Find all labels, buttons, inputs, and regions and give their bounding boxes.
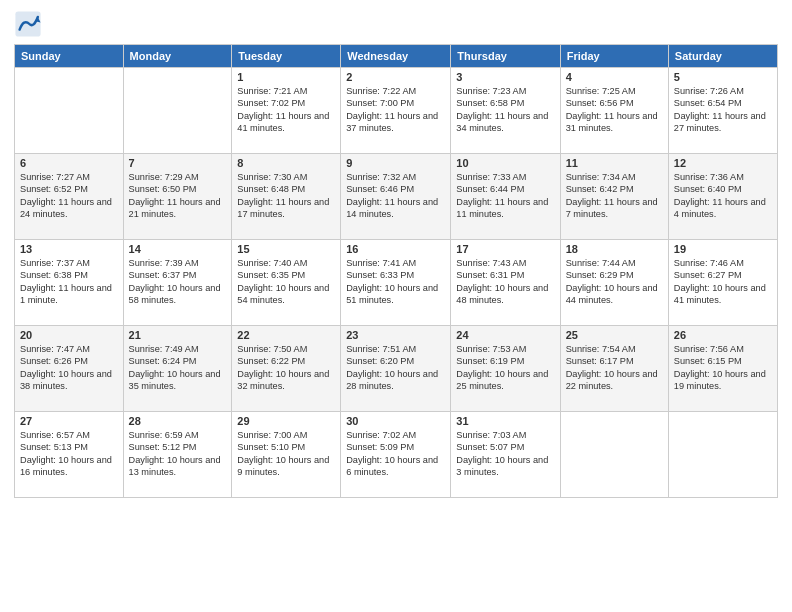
calendar-body: 1Sunrise: 7:21 AM Sunset: 7:02 PM Daylig… xyxy=(15,68,778,498)
day-cell: 7Sunrise: 7:29 AM Sunset: 6:50 PM Daylig… xyxy=(123,154,232,240)
logo-icon xyxy=(14,10,42,38)
day-info: Sunrise: 7:23 AM Sunset: 6:58 PM Dayligh… xyxy=(456,85,554,135)
day-info: Sunrise: 7:22 AM Sunset: 7:00 PM Dayligh… xyxy=(346,85,445,135)
day-info: Sunrise: 7:44 AM Sunset: 6:29 PM Dayligh… xyxy=(566,257,663,307)
day-number: 7 xyxy=(129,157,227,169)
day-info: Sunrise: 7:51 AM Sunset: 6:20 PM Dayligh… xyxy=(346,343,445,393)
day-number: 13 xyxy=(20,243,118,255)
day-info: Sunrise: 7:34 AM Sunset: 6:42 PM Dayligh… xyxy=(566,171,663,221)
weekday-header-wednesday: Wednesday xyxy=(341,45,451,68)
day-cell: 5Sunrise: 7:26 AM Sunset: 6:54 PM Daylig… xyxy=(668,68,777,154)
day-info: Sunrise: 7:54 AM Sunset: 6:17 PM Dayligh… xyxy=(566,343,663,393)
week-row-2: 6Sunrise: 7:27 AM Sunset: 6:52 PM Daylig… xyxy=(15,154,778,240)
day-number: 14 xyxy=(129,243,227,255)
day-cell xyxy=(668,412,777,498)
day-info: Sunrise: 7:43 AM Sunset: 6:31 PM Dayligh… xyxy=(456,257,554,307)
weekday-header-friday: Friday xyxy=(560,45,668,68)
day-cell: 10Sunrise: 7:33 AM Sunset: 6:44 PM Dayli… xyxy=(451,154,560,240)
header xyxy=(14,10,778,38)
day-number: 17 xyxy=(456,243,554,255)
day-cell: 26Sunrise: 7:56 AM Sunset: 6:15 PM Dayli… xyxy=(668,326,777,412)
day-number: 6 xyxy=(20,157,118,169)
day-info: Sunrise: 7:27 AM Sunset: 6:52 PM Dayligh… xyxy=(20,171,118,221)
week-row-5: 27Sunrise: 6:57 AM Sunset: 5:13 PM Dayli… xyxy=(15,412,778,498)
day-cell xyxy=(15,68,124,154)
day-info: Sunrise: 7:29 AM Sunset: 6:50 PM Dayligh… xyxy=(129,171,227,221)
day-info: Sunrise: 7:25 AM Sunset: 6:56 PM Dayligh… xyxy=(566,85,663,135)
weekday-header-row: SundayMondayTuesdayWednesdayThursdayFrid… xyxy=(15,45,778,68)
day-number: 18 xyxy=(566,243,663,255)
day-info: Sunrise: 6:59 AM Sunset: 5:12 PM Dayligh… xyxy=(129,429,227,479)
day-cell xyxy=(560,412,668,498)
week-row-4: 20Sunrise: 7:47 AM Sunset: 6:26 PM Dayli… xyxy=(15,326,778,412)
day-number: 29 xyxy=(237,415,335,427)
day-number: 12 xyxy=(674,157,772,169)
day-info: Sunrise: 7:49 AM Sunset: 6:24 PM Dayligh… xyxy=(129,343,227,393)
day-cell: 8Sunrise: 7:30 AM Sunset: 6:48 PM Daylig… xyxy=(232,154,341,240)
day-cell xyxy=(123,68,232,154)
day-cell: 3Sunrise: 7:23 AM Sunset: 6:58 PM Daylig… xyxy=(451,68,560,154)
day-cell: 30Sunrise: 7:02 AM Sunset: 5:09 PM Dayli… xyxy=(341,412,451,498)
day-cell: 9Sunrise: 7:32 AM Sunset: 6:46 PM Daylig… xyxy=(341,154,451,240)
day-info: Sunrise: 7:40 AM Sunset: 6:35 PM Dayligh… xyxy=(237,257,335,307)
day-info: Sunrise: 7:46 AM Sunset: 6:27 PM Dayligh… xyxy=(674,257,772,307)
day-cell: 22Sunrise: 7:50 AM Sunset: 6:22 PM Dayli… xyxy=(232,326,341,412)
day-info: Sunrise: 7:33 AM Sunset: 6:44 PM Dayligh… xyxy=(456,171,554,221)
day-number: 2 xyxy=(346,71,445,83)
day-info: Sunrise: 7:47 AM Sunset: 6:26 PM Dayligh… xyxy=(20,343,118,393)
logo xyxy=(14,10,46,38)
day-cell: 28Sunrise: 6:59 AM Sunset: 5:12 PM Dayli… xyxy=(123,412,232,498)
day-cell: 29Sunrise: 7:00 AM Sunset: 5:10 PM Dayli… xyxy=(232,412,341,498)
day-info: Sunrise: 7:36 AM Sunset: 6:40 PM Dayligh… xyxy=(674,171,772,221)
day-cell: 23Sunrise: 7:51 AM Sunset: 6:20 PM Dayli… xyxy=(341,326,451,412)
day-info: Sunrise: 7:41 AM Sunset: 6:33 PM Dayligh… xyxy=(346,257,445,307)
day-number: 28 xyxy=(129,415,227,427)
day-number: 15 xyxy=(237,243,335,255)
weekday-header-thursday: Thursday xyxy=(451,45,560,68)
day-cell: 13Sunrise: 7:37 AM Sunset: 6:38 PM Dayli… xyxy=(15,240,124,326)
day-number: 27 xyxy=(20,415,118,427)
day-info: Sunrise: 7:50 AM Sunset: 6:22 PM Dayligh… xyxy=(237,343,335,393)
day-info: Sunrise: 7:21 AM Sunset: 7:02 PM Dayligh… xyxy=(237,85,335,135)
weekday-header-tuesday: Tuesday xyxy=(232,45,341,68)
day-cell: 11Sunrise: 7:34 AM Sunset: 6:42 PM Dayli… xyxy=(560,154,668,240)
day-cell: 1Sunrise: 7:21 AM Sunset: 7:02 PM Daylig… xyxy=(232,68,341,154)
day-number: 23 xyxy=(346,329,445,341)
day-number: 24 xyxy=(456,329,554,341)
day-number: 26 xyxy=(674,329,772,341)
day-cell: 27Sunrise: 6:57 AM Sunset: 5:13 PM Dayli… xyxy=(15,412,124,498)
day-cell: 17Sunrise: 7:43 AM Sunset: 6:31 PM Dayli… xyxy=(451,240,560,326)
day-number: 5 xyxy=(674,71,772,83)
day-cell: 12Sunrise: 7:36 AM Sunset: 6:40 PM Dayli… xyxy=(668,154,777,240)
day-cell: 31Sunrise: 7:03 AM Sunset: 5:07 PM Dayli… xyxy=(451,412,560,498)
weekday-header-monday: Monday xyxy=(123,45,232,68)
day-cell: 6Sunrise: 7:27 AM Sunset: 6:52 PM Daylig… xyxy=(15,154,124,240)
day-info: Sunrise: 7:32 AM Sunset: 6:46 PM Dayligh… xyxy=(346,171,445,221)
day-number: 20 xyxy=(20,329,118,341)
weekday-header-sunday: Sunday xyxy=(15,45,124,68)
day-info: Sunrise: 7:03 AM Sunset: 5:07 PM Dayligh… xyxy=(456,429,554,479)
day-number: 21 xyxy=(129,329,227,341)
day-info: Sunrise: 7:00 AM Sunset: 5:10 PM Dayligh… xyxy=(237,429,335,479)
day-number: 25 xyxy=(566,329,663,341)
day-number: 1 xyxy=(237,71,335,83)
day-info: Sunrise: 7:56 AM Sunset: 6:15 PM Dayligh… xyxy=(674,343,772,393)
day-info: Sunrise: 7:02 AM Sunset: 5:09 PM Dayligh… xyxy=(346,429,445,479)
day-info: Sunrise: 6:57 AM Sunset: 5:13 PM Dayligh… xyxy=(20,429,118,479)
day-number: 10 xyxy=(456,157,554,169)
day-number: 31 xyxy=(456,415,554,427)
day-info: Sunrise: 7:37 AM Sunset: 6:38 PM Dayligh… xyxy=(20,257,118,307)
day-number: 11 xyxy=(566,157,663,169)
day-number: 9 xyxy=(346,157,445,169)
day-info: Sunrise: 7:30 AM Sunset: 6:48 PM Dayligh… xyxy=(237,171,335,221)
day-cell: 18Sunrise: 7:44 AM Sunset: 6:29 PM Dayli… xyxy=(560,240,668,326)
day-info: Sunrise: 7:53 AM Sunset: 6:19 PM Dayligh… xyxy=(456,343,554,393)
day-number: 3 xyxy=(456,71,554,83)
day-number: 16 xyxy=(346,243,445,255)
day-number: 19 xyxy=(674,243,772,255)
page: SundayMondayTuesdayWednesdayThursdayFrid… xyxy=(0,0,792,612)
day-number: 8 xyxy=(237,157,335,169)
day-cell: 19Sunrise: 7:46 AM Sunset: 6:27 PM Dayli… xyxy=(668,240,777,326)
week-row-1: 1Sunrise: 7:21 AM Sunset: 7:02 PM Daylig… xyxy=(15,68,778,154)
calendar-table: SundayMondayTuesdayWednesdayThursdayFrid… xyxy=(14,44,778,498)
